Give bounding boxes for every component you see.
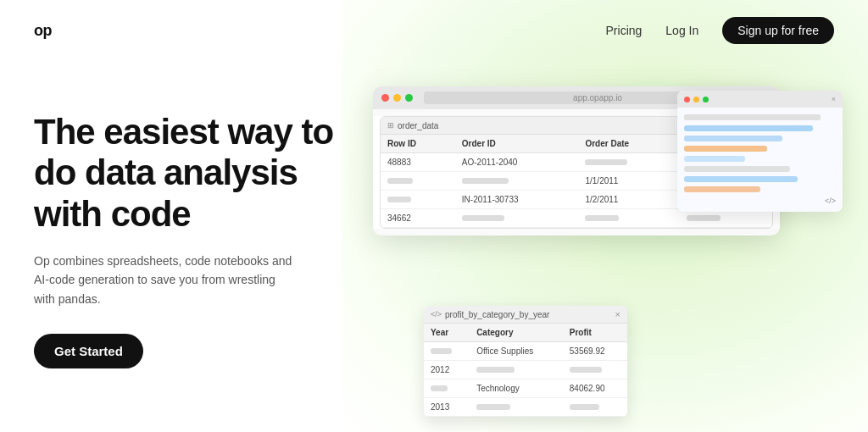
col-year: Year — [424, 324, 470, 342]
cell-order-date: 1/1/2011 — [578, 172, 679, 191]
logo[interactable]: op — [34, 22, 52, 40]
placeholder — [570, 404, 599, 410]
order-panel-title: order_data — [398, 121, 438, 130]
code-line — [684, 125, 813, 131]
cell-row-id — [381, 191, 455, 209]
table-icon: ⊞ — [387, 121, 394, 130]
navbar: op Pricing Log In Sign up for free — [0, 0, 868, 61]
cell-order-id: IN-2011-30733 — [455, 191, 579, 209]
editor-bar: × — [677, 91, 843, 108]
code-line — [684, 156, 745, 162]
cell-order-id: AO-2011-2040 — [455, 153, 579, 172]
col-order-date: Order Date — [578, 135, 679, 153]
browser-dot-yellow — [393, 94, 401, 102]
editor-close[interactable]: × — [832, 95, 836, 103]
cell-row-id: 34662 — [381, 209, 455, 228]
hero-title: The easiest way to do data analysis with… — [34, 112, 356, 235]
cell-profit — [563, 398, 627, 417]
placeholder — [462, 215, 504, 221]
placeholder — [476, 404, 510, 410]
code-line — [684, 176, 798, 182]
browser-dot-green — [405, 94, 413, 102]
placeholder — [387, 197, 411, 202]
col-profit: Profit — [563, 324, 627, 342]
cell-profit: 53569.92 — [563, 342, 627, 361]
cell-order-date — [578, 209, 679, 228]
cell-profit: 84062.90 — [563, 379, 627, 398]
placeholder — [387, 178, 413, 184]
main-content: The easiest way to do data analysis with… — [0, 61, 868, 417]
cell-category — [470, 361, 563, 379]
col-order-id: Order ID — [455, 135, 579, 153]
placeholder — [585, 159, 627, 165]
pricing-link[interactable]: Pricing — [606, 24, 643, 37]
profit-panel-close[interactable]: × — [615, 309, 620, 319]
placeholder — [585, 215, 619, 221]
code-icon: </> — [431, 310, 442, 318]
cell-row-id: 48883 — [381, 153, 455, 172]
col-category: Category — [470, 324, 563, 342]
profit-panel-title: profit_by_category_by_year — [445, 310, 549, 319]
profit-data-panel: </> profit_by_category_by_year × Year Ca… — [424, 306, 627, 417]
login-link[interactable]: Log In — [665, 24, 698, 37]
cell-order-id — [455, 172, 579, 191]
cell-order-date — [578, 153, 679, 172]
profit-panel-header: </> profit_by_category_by_year × — [424, 306, 627, 324]
app-screenshot: app.opapp.io ⊞ order_data × — [373, 86, 834, 417]
table-row: Technology 84062.90 — [424, 379, 627, 398]
table-row: 2012 — [424, 361, 627, 379]
nav-links: Pricing Log In Sign up for free — [606, 17, 834, 44]
signup-button[interactable]: Sign up for free — [722, 17, 834, 44]
code-line — [684, 146, 767, 152]
placeholder — [570, 367, 602, 373]
code-line — [684, 136, 782, 141]
placeholder — [687, 215, 721, 221]
profit-data-table: Year Category Profit Office Supplies 535… — [424, 324, 627, 417]
editor-content: </> — [677, 108, 843, 212]
editor-dot-green — [703, 97, 709, 102]
code-tag-icon: </> — [684, 197, 836, 205]
table-row: 2013 — [424, 398, 627, 417]
cell-category: Office Supplies — [470, 342, 563, 361]
col-row-id: Row ID — [381, 135, 455, 153]
placeholder — [431, 385, 448, 391]
cell-year: 2013 — [424, 398, 470, 417]
code-line — [684, 166, 790, 172]
cell-year — [424, 342, 470, 361]
cell-year: 2012 — [424, 361, 470, 379]
table-row: Office Supplies 53569.92 — [424, 342, 627, 361]
cell-category — [470, 398, 563, 417]
cell-profit — [563, 361, 627, 379]
cell-year — [424, 379, 470, 398]
browser-dot-red — [381, 94, 389, 102]
editor-dot-yellow — [693, 97, 699, 102]
cell-row-id — [381, 172, 455, 191]
editor-dots — [684, 97, 709, 102]
get-started-button[interactable]: Get Started — [34, 334, 143, 368]
placeholder — [462, 178, 509, 184]
hero-subtitle: Op combines spreadsheets, code notebooks… — [34, 252, 297, 308]
placeholder — [431, 348, 452, 354]
code-line — [684, 186, 760, 192]
editor-dot-red — [684, 97, 690, 102]
cell-category: Technology — [470, 379, 563, 398]
placeholder — [476, 367, 515, 373]
cell-order-id — [455, 209, 579, 228]
code-editor-panel: × </> — [677, 91, 843, 212]
hero-section: The easiest way to do data analysis with… — [34, 86, 356, 368]
cell-order-date: 1/2/2011 — [578, 191, 679, 209]
editor-placeholder-line — [684, 114, 821, 120]
